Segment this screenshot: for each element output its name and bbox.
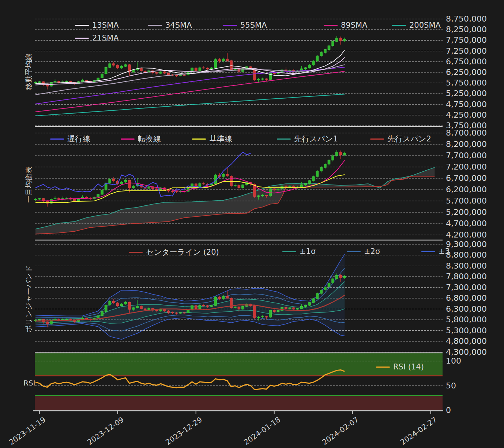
candle-body bbox=[175, 313, 178, 314]
candle-body bbox=[148, 187, 150, 188]
candle-body bbox=[328, 283, 330, 287]
candle-body bbox=[332, 279, 334, 283]
candle-body bbox=[324, 164, 326, 168]
legend-swatch-icon bbox=[324, 25, 338, 26]
legend-label: ±2σ bbox=[364, 247, 380, 256]
candle-body bbox=[242, 306, 244, 309]
candle-body bbox=[242, 185, 244, 187]
candle-body bbox=[101, 312, 104, 316]
candle-body bbox=[101, 190, 104, 194]
candle-body bbox=[316, 56, 319, 61]
candle-body bbox=[58, 81, 60, 83]
candle-body bbox=[148, 308, 150, 310]
candle-body bbox=[230, 176, 233, 186]
candle-body bbox=[109, 179, 111, 183]
candle-body bbox=[167, 311, 170, 312]
legend-swatch-icon bbox=[392, 25, 406, 26]
candle-body bbox=[191, 305, 193, 310]
candle-body bbox=[339, 275, 342, 278]
legend-swatch-icon bbox=[421, 251, 435, 252]
y-tick-label: 4,800,000 bbox=[446, 337, 487, 345]
candle-body bbox=[332, 156, 334, 160]
candle-body bbox=[285, 307, 287, 309]
candle-body bbox=[113, 64, 115, 65]
candle-body bbox=[124, 65, 127, 67]
y-tick-label: 7,800,000 bbox=[446, 273, 487, 281]
candle-body bbox=[105, 68, 107, 74]
candle-body bbox=[199, 183, 201, 187]
candle-body bbox=[273, 189, 275, 190]
sma13-line bbox=[35, 50, 345, 84]
legend-swatch-icon bbox=[370, 138, 384, 140]
candlestick-series bbox=[34, 36, 346, 90]
candle-body bbox=[54, 198, 56, 199]
candle-body bbox=[336, 152, 338, 156]
candle-body bbox=[222, 59, 225, 61]
panel-ylabel-moving-averages: 移動平均線 bbox=[24, 53, 34, 90]
chart-canvas bbox=[0, 0, 504, 448]
legend-label: 転換線 bbox=[138, 134, 161, 144]
candle-body bbox=[320, 53, 323, 56]
candle-body bbox=[65, 198, 68, 199]
candle-body bbox=[234, 307, 236, 308]
candle-body bbox=[171, 191, 174, 192]
legend-swatch-icon bbox=[75, 25, 89, 26]
candle-body bbox=[300, 306, 303, 308]
y-tick-label: 6,200,000 bbox=[446, 186, 487, 194]
candle-body bbox=[339, 152, 342, 155]
candle-body bbox=[120, 304, 123, 306]
candle-body bbox=[343, 276, 346, 278]
legend-swatch-icon bbox=[376, 367, 390, 368]
y-tick-label: 8,200,000 bbox=[446, 140, 487, 148]
candle-body bbox=[54, 81, 56, 82]
candle-body bbox=[116, 303, 119, 306]
candle-body bbox=[199, 68, 201, 71]
tenkan-line bbox=[35, 160, 345, 201]
legend-item: 先行スパン1 bbox=[277, 134, 338, 144]
legend-item: 89SMA bbox=[324, 21, 368, 30]
candle-body bbox=[65, 81, 68, 82]
candle-body bbox=[34, 199, 37, 200]
candle-body bbox=[210, 305, 213, 306]
candle-body bbox=[261, 316, 264, 317]
y-tick-label: 4,250,000 bbox=[446, 111, 487, 119]
candle-body bbox=[257, 79, 260, 80]
y-tick-label: 6,800,000 bbox=[446, 294, 487, 302]
candle-body bbox=[320, 290, 323, 293]
candle-body bbox=[339, 38, 342, 41]
candle-body bbox=[300, 185, 303, 187]
candle-body bbox=[297, 308, 299, 309]
legend-label: 89SMA bbox=[341, 21, 368, 30]
panel-ylabel-rsi: RSI bbox=[23, 379, 35, 387]
candle-body bbox=[171, 312, 174, 313]
candle-body bbox=[140, 68, 143, 71]
y-tick-label: 5,700,000 bbox=[446, 197, 487, 205]
y-tick-label: 7,300,000 bbox=[446, 284, 487, 292]
candle-body bbox=[332, 41, 334, 46]
legend-item: ±2σ bbox=[347, 247, 380, 256]
y-tick-label: 4,700,000 bbox=[446, 220, 487, 228]
candle-body bbox=[289, 308, 291, 309]
candle-body bbox=[269, 310, 272, 317]
candle-body bbox=[343, 153, 346, 155]
candle-body bbox=[253, 306, 256, 318]
y-tick-label: 6,750,000 bbox=[446, 58, 487, 66]
legend-item: 遅行線 bbox=[50, 134, 90, 144]
candle-body bbox=[155, 189, 158, 190]
candle-body bbox=[113, 179, 115, 181]
candle-body bbox=[304, 68, 307, 69]
legend-label: 21SMA bbox=[92, 34, 119, 42]
sma34-line bbox=[35, 65, 345, 95]
candle-body bbox=[257, 317, 260, 318]
candle-body bbox=[132, 186, 135, 188]
legend-label: 基準線 bbox=[209, 134, 232, 144]
candle-body bbox=[132, 70, 135, 72]
candle-body bbox=[85, 197, 88, 198]
candle-body bbox=[312, 61, 315, 65]
candle-body bbox=[85, 80, 88, 81]
candle-body bbox=[74, 199, 76, 201]
candle-body bbox=[58, 198, 60, 199]
rsi-oversold-zone bbox=[35, 396, 443, 410]
candle-body bbox=[218, 60, 221, 61]
candle-body bbox=[304, 183, 307, 185]
